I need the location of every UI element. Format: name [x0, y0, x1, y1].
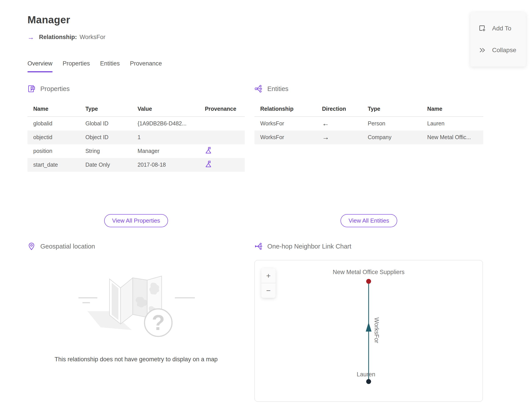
property-provenance — [199, 158, 245, 172]
col-header-type: Type — [362, 103, 421, 117]
table-row: WorksFor → Company New Metal Offic... — [254, 130, 483, 144]
company-node[interactable] — [366, 279, 371, 284]
property-type: Date Only — [80, 158, 132, 172]
overview-top-row: Properties Name Type Value Provenance gl… — [27, 85, 532, 227]
col-header-provenance: Provenance — [199, 103, 245, 117]
link-chart-section-header: One-hop Neighbor Link Chart — [254, 242, 483, 250]
provenance-flag-icon[interactable] — [205, 160, 212, 168]
properties-table-header: Name Type Value Provenance — [27, 103, 245, 117]
entities-section-header: Entities — [254, 85, 483, 93]
page-title: Manager — [27, 14, 532, 26]
link-chart-section-title: One-hop Neighbor Link Chart — [267, 243, 351, 250]
svg-text:?: ? — [152, 311, 165, 334]
table-row: globalid Global ID {1A9DB2B6-D482... — [27, 117, 245, 130]
add-to-icon — [478, 24, 486, 32]
properties-section: Properties Name Type Value Provenance gl… — [27, 85, 245, 227]
geospatial-section-title: Geospatial location — [40, 243, 95, 250]
property-provenance — [199, 117, 245, 130]
add-to-button[interactable]: Add To — [470, 20, 526, 37]
entities-section: Entities Relationship Direction Type Nam… — [254, 85, 483, 227]
entities-section-title: Entities — [267, 85, 288, 92]
table-row: WorksFor ← Person Lauren — [254, 117, 483, 130]
property-provenance — [199, 130, 245, 144]
geospatial-section: Geospatial location — [27, 242, 245, 402]
add-to-label: Add To — [492, 25, 511, 32]
col-header-value: Value — [132, 103, 199, 117]
property-name: globalid — [27, 117, 80, 130]
geospatial-section-header: Geospatial location — [27, 242, 245, 250]
entity-type: Person — [362, 117, 421, 130]
property-type: Object ID — [80, 130, 132, 144]
overview-bottom-row: Geospatial location — [27, 242, 532, 402]
entity-direction: ← — [316, 117, 362, 130]
col-header-direction: Direction — [316, 103, 362, 117]
direction-left-arrow-icon: ← — [322, 119, 329, 127]
collapse-chevrons-icon — [478, 46, 486, 54]
tab-entities[interactable]: Entities — [100, 60, 120, 72]
property-type: String — [80, 144, 132, 158]
property-type: Global ID — [80, 117, 132, 130]
relationship-type-value: WorksFor — [80, 34, 106, 41]
entity-direction: → — [316, 130, 362, 144]
relationship-label: Relationship: — [39, 34, 77, 41]
property-value: 2017-08-18 — [132, 158, 199, 172]
link-chart-canvas[interactable]: WorksFor New Metal Office Suppliers Laur… — [254, 260, 483, 402]
tab-provenance[interactable]: Provenance — [130, 60, 162, 72]
entities-icon — [254, 85, 262, 93]
zoom-in-button[interactable]: + — [261, 268, 276, 283]
map-pin-icon — [27, 242, 35, 250]
tab-overview[interactable]: Overview — [27, 60, 52, 72]
direction-right-arrow-icon: → — [322, 133, 329, 141]
entity-type: Company — [362, 130, 421, 144]
property-name: position — [27, 144, 80, 158]
link-chart-icon — [254, 242, 262, 250]
table-row: objectid Object ID 1 — [27, 130, 245, 144]
entity-name-link[interactable]: Lauren — [421, 117, 483, 130]
properties-section-header: Properties — [27, 85, 245, 93]
relationship-detail-page: Manager → Relationship: WorksFor Add To — [0, 0, 532, 403]
property-value: Manager — [132, 144, 199, 158]
entity-relationship: WorksFor — [254, 117, 316, 130]
property-value: 1 — [132, 130, 199, 144]
provenance-flag-icon[interactable] — [205, 147, 212, 154]
property-value: {1A9DB2B6-D482... — [132, 117, 199, 130]
edge-arrowhead-icon — [366, 322, 372, 332]
person-node[interactable] — [366, 379, 371, 384]
view-all-properties-button[interactable]: View All Properties — [104, 214, 168, 227]
entity-relationship: WorksFor — [254, 130, 316, 144]
map-placeholder-illustration: ? — [27, 265, 245, 342]
relationship-arrow-icon: → — [27, 34, 34, 41]
zoom-controls: + − — [261, 268, 276, 298]
collapse-label: Collapse — [492, 47, 516, 54]
col-header-type: Type — [80, 103, 132, 117]
col-header-relationship: Relationship — [254, 103, 316, 117]
one-hop-graph: WorksFor New Metal Office Suppliers Laur… — [255, 260, 482, 402]
node-label-person: Lauren — [357, 371, 375, 378]
collapse-button[interactable]: Collapse — [470, 41, 526, 59]
property-provenance — [199, 144, 245, 158]
entities-table: Relationship Direction Type Name WorksFo… — [254, 103, 483, 144]
table-row: start_date Date Only 2017-08-18 — [27, 158, 245, 172]
zoom-out-button[interactable]: − — [261, 283, 276, 298]
view-all-entities-button[interactable]: View All Entities — [341, 214, 397, 227]
tab-bar: Overview Properties Entities Provenance — [27, 60, 532, 72]
link-chart-section: One-hop Neighbor Link Chart WorksFor New… — [254, 242, 483, 402]
property-name: objectid — [27, 130, 80, 144]
entities-table-header: Relationship Direction Type Name — [254, 103, 483, 117]
node-label-company: New Metal Office Suppliers — [333, 269, 405, 275]
breadcrumb: → Relationship: WorksFor — [27, 34, 532, 41]
property-name: start_date — [27, 158, 80, 172]
page-header: Manager → Relationship: WorksFor — [0, 0, 532, 41]
properties-table: Name Type Value Provenance globalid Glob… — [27, 103, 245, 172]
table-row: position String Manager — [27, 144, 245, 158]
entity-name-link[interactable]: New Metal Offic... — [421, 130, 483, 144]
properties-section-title: Properties — [40, 85, 70, 92]
edge-label: WorksFor — [373, 317, 380, 343]
geometry-empty-message: This relationship does not have geometry… — [27, 356, 245, 363]
tab-properties[interactable]: Properties — [63, 60, 90, 72]
actions-panel: Add To Collapse — [470, 12, 526, 67]
col-header-name: Name — [421, 103, 483, 117]
col-header-name: Name — [27, 103, 80, 117]
properties-icon — [27, 85, 35, 93]
